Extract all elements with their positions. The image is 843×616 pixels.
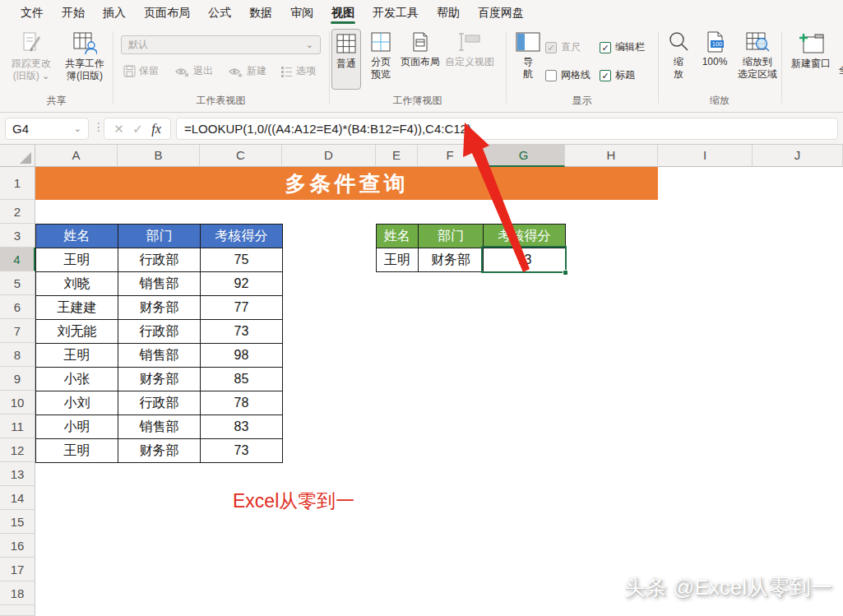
left-table-cell-r4-c0[interactable]: 王明 <box>36 248 118 272</box>
options-button[interactable]: 选项 <box>280 64 316 78</box>
column-header-J[interactable]: J <box>753 145 843 167</box>
row-header-17[interactable]: 17 <box>0 558 35 581</box>
left-table-cell-r9-c0[interactable]: 小张 <box>36 368 118 391</box>
column-header-F[interactable]: F <box>418 145 483 167</box>
left-table-cell-r6-c0[interactable]: 王建建 <box>36 296 118 320</box>
left-table-cell-r7-c0[interactable]: 刘无能 <box>36 320 118 344</box>
tab-帮助[interactable]: 帮助 <box>428 0 469 25</box>
row-header-18[interactable]: 18 <box>0 581 35 605</box>
column-header-I[interactable]: I <box>658 145 753 167</box>
headings-checkbox[interactable]: ✓ 标题 <box>600 68 635 82</box>
left-table-cell-r12-c2[interactable]: 73 <box>201 439 283 463</box>
cancel-formula-icon[interactable]: ✕ <box>113 122 124 137</box>
tab-文件[interactable]: 文件 <box>12 0 53 25</box>
row-header-1[interactable]: 1 <box>0 167 35 200</box>
track-changes-button[interactable]: 跟踪更改 (旧版) ⌄ <box>7 31 56 82</box>
left-table-cell-r4-c2[interactable]: 75 <box>201 248 283 272</box>
row-header-9[interactable]: 9 <box>0 367 35 391</box>
row-header-14[interactable]: 14 <box>0 486 35 510</box>
column-header-B[interactable]: B <box>118 145 200 167</box>
row-header-6[interactable]: 6 <box>0 295 35 319</box>
tab-页面布局[interactable]: 页面布局 <box>135 0 199 25</box>
column-header-A[interactable]: A <box>35 145 118 167</box>
row-header-11[interactable]: 11 <box>0 415 35 438</box>
insert-function-icon[interactable]: fx <box>151 122 161 137</box>
left-table-cell-r12-c1[interactable]: 财务部 <box>118 439 201 463</box>
tab-公式[interactable]: 公式 <box>199 0 240 25</box>
row-header-2[interactable]: 2 <box>0 200 35 224</box>
right-table-cell-1[interactable]: 财务部 <box>419 248 484 272</box>
right-table-cell-0[interactable]: 王明 <box>377 248 419 272</box>
ruler-checkbox[interactable]: ✓ 直尺 <box>545 40 581 54</box>
left-table-cell-r11-c2[interactable]: 83 <box>201 415 283 439</box>
page-layout-view-button[interactable]: 页面布局 <box>400 31 441 68</box>
left-table-header-0[interactable]: 姓名 <box>36 225 118 248</box>
right-table-header-1[interactable]: 部门 <box>419 225 484 248</box>
left-table-cell-r8-c1[interactable]: 销售部 <box>118 344 201 368</box>
tab-审阅[interactable]: 审阅 <box>281 0 322 25</box>
custom-views-button[interactable]: 自定义视图 <box>442 31 497 68</box>
row-header-12[interactable]: 12 <box>0 438 35 462</box>
left-table-cell-r12-c0[interactable]: 王明 <box>36 439 118 463</box>
left-table-cell-r10-c1[interactable]: 行政部 <box>118 391 201 415</box>
new-sheet-view-button[interactable]: 新建 <box>229 64 266 78</box>
left-table-cell-r5-c1[interactable]: 销售部 <box>118 272 201 296</box>
left-table-cell-r5-c0[interactable]: 刘晓 <box>36 272 118 296</box>
left-table-cell-r4-c1[interactable]: 行政部 <box>118 248 201 272</box>
left-table-cell-r10-c0[interactable]: 小刘 <box>36 391 118 415</box>
left-table-cell-r11-c1[interactable]: 销售部 <box>118 415 201 439</box>
gridlines-checkbox[interactable]: 网格线 <box>545 68 591 82</box>
normal-view-button[interactable]: 普通 <box>331 29 361 90</box>
tab-视图[interactable]: 视图 <box>322 0 364 25</box>
column-header-D[interactable]: D <box>282 145 376 167</box>
tab-插入[interactable]: 插入 <box>94 0 135 25</box>
page-break-preview-button[interactable]: 分页 预览 <box>365 31 396 81</box>
selected-cell-G4[interactable]: 73 <box>484 248 566 272</box>
tab-数据[interactable]: 数据 <box>240 0 281 25</box>
tab-开发工具[interactable]: 开发工具 <box>364 0 428 25</box>
navigation-button[interactable]: 导 航 <box>512 31 544 81</box>
left-table-cell-r8-c2[interactable]: 98 <box>201 344 283 368</box>
column-header-G[interactable]: G <box>483 145 565 167</box>
formula-bar-checkbox[interactable]: ✓ 编辑栏 <box>600 40 645 54</box>
column-header-H[interactable]: H <box>565 145 658 167</box>
row-header-4[interactable]: 4 <box>0 248 35 271</box>
row-header-10[interactable]: 10 <box>0 391 35 415</box>
new-window-button[interactable]: 新建窗口 <box>788 31 834 70</box>
column-header-E[interactable]: E <box>376 145 418 167</box>
zoom-to-selection-button[interactable]: 缩放到 选定区域 <box>735 31 780 81</box>
name-box[interactable]: G4 ⌄ <box>5 118 89 140</box>
drag-handle-dots[interactable]: ⋮ <box>93 120 104 133</box>
confirm-formula-icon[interactable]: ✓ <box>132 122 143 137</box>
left-table-cell-r8-c0[interactable]: 王明 <box>36 344 118 368</box>
right-table-header-2[interactable]: 考核得分 <box>484 225 566 248</box>
tab-开始[interactable]: 开始 <box>53 0 94 25</box>
left-table-cell-r9-c1[interactable]: 财务部 <box>118 368 201 391</box>
sheet-view-dropdown[interactable]: 默认 ⌄ <box>121 35 321 54</box>
left-table-cell-r5-c2[interactable]: 92 <box>201 272 283 296</box>
share-workbook-button[interactable]: 共享工作 簿(旧版) <box>59 31 110 82</box>
left-table-cell-r9-c2[interactable]: 85 <box>201 368 283 391</box>
row-header-15[interactable]: 15 <box>0 510 35 534</box>
left-table-cell-r7-c1[interactable]: 行政部 <box>118 320 201 344</box>
tab-百度网盘[interactable]: 百度网盘 <box>469 0 533 25</box>
row-header-8[interactable]: 8 <box>0 343 35 367</box>
left-table-cell-r7-c2[interactable]: 73 <box>201 320 283 344</box>
formula-input[interactable]: =LOOKUP(1,0/((A4:A12=E4)*(B4:B12=F4)),C4… <box>176 118 838 140</box>
left-table-cell-r6-c2[interactable]: 77 <box>201 296 283 320</box>
row-header-partial[interactable] <box>0 605 35 616</box>
arrange-all-button-partial[interactable]: 全 <box>836 64 843 76</box>
title-banner-cell[interactable]: 多条件查询 <box>35 167 658 200</box>
fill-handle[interactable] <box>563 270 568 276</box>
row-header-7[interactable]: 7 <box>0 319 35 343</box>
left-table-header-2[interactable]: 考核得分 <box>201 225 283 248</box>
row-header-13[interactable]: 13 <box>0 462 35 486</box>
left-table-cell-r11-c0[interactable]: 小明 <box>36 415 118 439</box>
left-table-header-1[interactable]: 部门 <box>118 225 201 248</box>
keep-sheet-view-button[interactable]: 保留 <box>123 64 159 78</box>
row-header-5[interactable]: 5 <box>0 271 35 295</box>
column-header-C[interactable]: C <box>200 145 282 167</box>
select-all-corner[interactable] <box>0 145 35 167</box>
zoom-100-button[interactable]: 100 100% <box>696 31 734 68</box>
right-table-header-0[interactable]: 姓名 <box>377 225 419 248</box>
